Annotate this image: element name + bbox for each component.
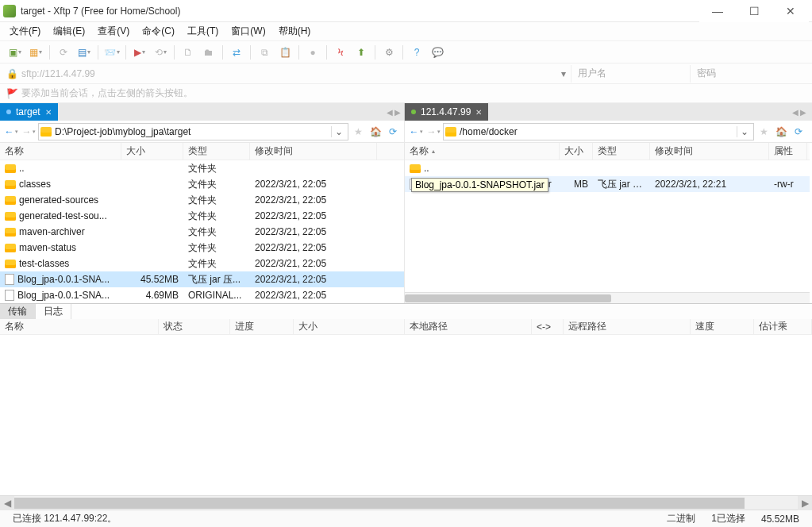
tc-name[interactable]: 名称 (0, 319, 159, 334)
menu-tools[interactable]: 工具(T) (181, 25, 225, 38)
back-button[interactable]: ← (3, 123, 19, 140)
refresh-icon[interactable]: ⟳ (385, 123, 401, 140)
file-row[interactable]: generated-sources文件夹2022/3/21, 22:05 (0, 192, 404, 208)
tc-progress[interactable]: 进度 (230, 319, 294, 334)
copy-icon[interactable]: ⧉ (255, 44, 274, 61)
file-row[interactable]: classes文件夹2022/3/21, 22:05 (0, 176, 404, 192)
bookmark-icon[interactable]: ★ (350, 123, 366, 140)
back-button[interactable]: ← (408, 123, 424, 140)
paste-icon[interactable]: 📋 (275, 44, 294, 61)
path-dropdown-icon[interactable]: ⌄ (737, 126, 752, 137)
home-icon[interactable]: 🏠 (368, 123, 383, 140)
scrollbar-horizontal[interactable] (405, 292, 810, 303)
url-dropdown-icon[interactable]: ▾ (556, 68, 571, 79)
title-bar: target - Xftp 7 (Free for Home/School) —… (0, 0, 812, 22)
col-modified[interactable]: 修改时间 (650, 143, 769, 160)
tab-next-icon[interactable]: ▶ (800, 108, 806, 117)
forward-button[interactable]: → (425, 123, 441, 140)
tc-est[interactable]: 估计乘 (754, 319, 812, 334)
file-row[interactable]: ..文件夹 (0, 160, 404, 176)
stop-icon[interactable]: ● (303, 44, 322, 61)
file-list-remote[interactable]: ..Blog_jpa-0.0.1-SNAPSHOT.jarMB飞压 jar 压.… (405, 160, 810, 292)
col-type[interactable]: 类型 (593, 143, 650, 160)
tab-next-icon[interactable]: ▶ (394, 108, 401, 117)
new-session-icon[interactable]: ▣ (6, 44, 25, 61)
col-attributes[interactable]: 属性 (769, 143, 807, 160)
fire-icon[interactable]: Ϟ (331, 44, 350, 61)
tc-speed[interactable]: 速度 (691, 319, 754, 334)
upload-icon[interactable]: ⬆ (352, 44, 371, 61)
refresh-icon[interactable]: ⟳ (791, 123, 806, 140)
swap-icon[interactable]: ⇄ (227, 44, 246, 61)
folder-icon (5, 180, 16, 189)
file-row[interactable]: .. (405, 160, 810, 176)
tc-status[interactable]: 状态 (159, 319, 230, 334)
username-field[interactable]: 用户名 (571, 65, 690, 83)
path-input[interactable] (460, 126, 737, 137)
sync-icon[interactable]: ⟲ (151, 44, 170, 61)
minimize-button[interactable]: — (699, 0, 736, 22)
tab-log[interactable]: 日志 (36, 304, 71, 319)
tab-prev-icon[interactable]: ◀ (387, 108, 393, 117)
tab-close-icon[interactable]: ✕ (475, 108, 482, 117)
file-list-local[interactable]: ..文件夹classes文件夹2022/3/21, 22:05generated… (0, 160, 404, 303)
menu-file[interactable]: 文件(F) (3, 25, 47, 38)
menu-view[interactable]: 查看(V) (91, 25, 136, 38)
maximize-button[interactable]: ☐ (736, 0, 772, 22)
path-field-local[interactable]: ⌄ (38, 123, 348, 140)
new-file-icon[interactable]: 🗋 (179, 44, 198, 61)
col-name[interactable]: 名称 (405, 143, 560, 160)
file-row[interactable]: maven-status文件夹2022/3/21, 22:05 (0, 240, 404, 256)
close-button[interactable]: ✕ (772, 0, 809, 22)
reconnect-icon[interactable]: ⟳ (54, 44, 73, 61)
bookmark-icon[interactable]: ★ (756, 123, 772, 140)
path-dropdown-icon[interactable]: ⌄ (331, 126, 346, 137)
help-icon[interactable]: ? (407, 44, 426, 61)
path-input[interactable] (55, 126, 331, 137)
open-folder-icon[interactable]: 🖿 (199, 44, 218, 61)
folder-icon (40, 127, 52, 137)
session-profile-icon[interactable]: ▤ (75, 44, 94, 61)
transfer-columns[interactable]: 名称 状态 进度 大小 本地路径 <-> 远程路径 速度 估计乘 (0, 319, 812, 335)
tab-prev-icon[interactable]: ◀ (792, 108, 799, 117)
file-row[interactable]: Blog_jpa-0.0.1-SNA...4.69MBORIGINAL...20… (0, 287, 404, 303)
column-header[interactable]: 名称 大小 类型 修改时间 (0, 143, 404, 160)
gear-icon[interactable]: ⚙ (379, 44, 398, 61)
home-icon[interactable]: 🏠 (773, 123, 789, 140)
new-folder-icon[interactable]: ▦ (26, 44, 45, 61)
col-modified[interactable]: 修改时间 (250, 143, 377, 160)
url-field[interactable]: 🔒 sftp://121.4.47.99 (3, 65, 556, 83)
tab-close-icon[interactable]: ✕ (45, 108, 52, 117)
play-icon[interactable]: ▶ (130, 44, 149, 61)
toolbar: ▣ ▦ ⟳ ▤ 📨 ▶ ⟲ 🗋 🖿 ⇄ ⧉ 📋 ● Ϟ ⬆ ⚙ ? 💬 (0, 41, 812, 63)
column-header[interactable]: 名称 大小 类型 修改时间 属性 (405, 143, 810, 160)
path-field-remote[interactable]: ⌄ (443, 123, 754, 140)
transfer-icon[interactable]: 📨 (102, 44, 121, 61)
password-field[interactable]: 密码 (690, 65, 809, 83)
tab-local-target[interactable]: target ✕ (0, 103, 58, 121)
file-row[interactable]: Blog_jpa-0.0.1-SNA...45.52MB飞压 jar 压...2… (0, 271, 404, 287)
menu-help[interactable]: 帮助(H) (272, 25, 317, 38)
chat-icon[interactable]: 💬 (428, 44, 447, 61)
tab-transfer[interactable]: 传输 (0, 304, 36, 319)
scroll-right-icon[interactable]: ▶ (798, 496, 812, 510)
file-row[interactable]: generated-test-sou...文件夹2022/3/21, 22:05 (0, 208, 404, 224)
menu-edit[interactable]: 编辑(E) (47, 25, 91, 38)
tc-size[interactable]: 大小 (294, 319, 405, 334)
tc-direction[interactable]: <-> (532, 319, 564, 334)
col-name[interactable]: 名称 (0, 143, 121, 160)
tc-local[interactable]: 本地路径 (405, 319, 532, 334)
tc-remote[interactable]: 远程路径 (564, 319, 691, 334)
col-size[interactable]: 大小 (560, 143, 593, 160)
tab-remote-host[interactable]: 121.4.47.99 ✕ (405, 103, 488, 121)
file-row[interactable]: test-classes文件夹2022/3/21, 22:05 (0, 256, 404, 271)
tab-dot-icon (411, 110, 416, 114)
scroll-left-icon[interactable]: ◀ (0, 496, 14, 510)
col-type[interactable]: 类型 (183, 143, 250, 160)
forward-button[interactable]: → (21, 123, 37, 140)
file-row[interactable]: maven-archiver文件夹2022/3/21, 22:05 (0, 224, 404, 240)
menu-window[interactable]: 窗口(W) (225, 25, 271, 38)
col-size[interactable]: 大小 (121, 143, 183, 160)
menu-command[interactable]: 命令(C) (136, 25, 181, 38)
scrollbar-horizontal[interactable]: ◀ ▶ (0, 495, 812, 510)
